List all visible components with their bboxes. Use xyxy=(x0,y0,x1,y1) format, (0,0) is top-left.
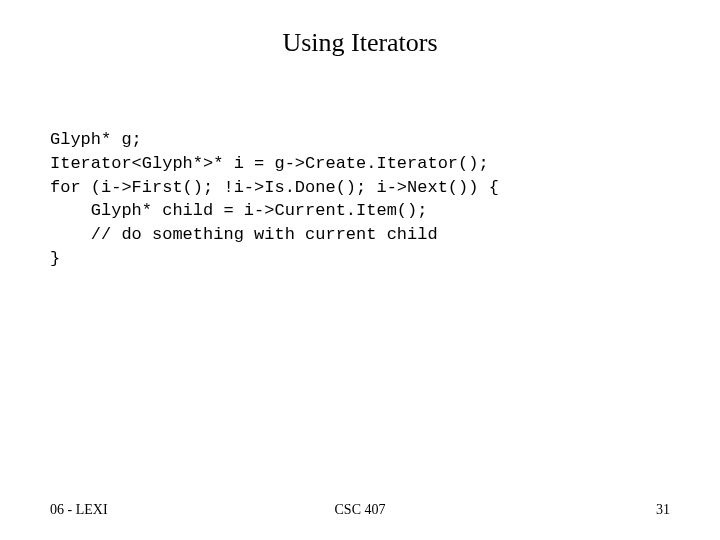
slide-title: Using Iterators xyxy=(50,28,670,58)
slide-container: Using Iterators Glyph* g; Iterator<Glyph… xyxy=(0,0,720,540)
slide-footer: 06 - LEXI CSC 407 31 xyxy=(0,502,720,518)
footer-left: 06 - LEXI xyxy=(50,502,257,518)
footer-page-number: 31 xyxy=(463,502,670,518)
code-block: Glyph* g; Iterator<Glyph*>* i = g->Creat… xyxy=(50,128,670,271)
footer-center: CSC 407 xyxy=(257,502,464,518)
